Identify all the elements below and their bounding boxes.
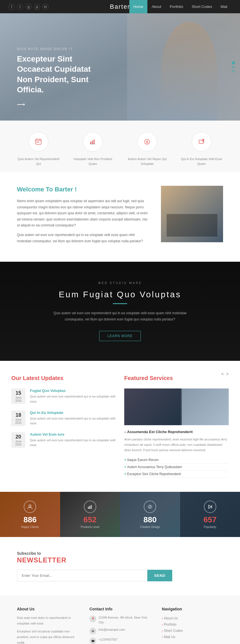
feature-icon-1 bbox=[29, 132, 48, 152]
stat-label-3: Creative Design bbox=[140, 525, 160, 529]
social-links: f t g p in bbox=[8, 4, 49, 10]
hero-dot-3[interactable] bbox=[232, 70, 234, 72]
update-month-2: June bbox=[12, 418, 24, 421]
update-item-1: 15 June 2016 Fugiat Quo Voluptas Quis au… bbox=[11, 388, 116, 404]
update-item-3: 20 June 2016 Autem Vel Eum Iure Quis aut… bbox=[11, 432, 116, 448]
hero-dot-1[interactable] bbox=[232, 62, 235, 64]
feature-label-3: Autem Autem Vel Repre Qui Voluptate bbox=[125, 157, 170, 166]
hero-dots bbox=[232, 62, 235, 72]
stat-number-4: 657 bbox=[203, 515, 217, 524]
dark-eyebrow: WEB STUDIO WARE bbox=[11, 281, 229, 285]
svg-marker-21 bbox=[209, 505, 211, 508]
update-title-1[interactable]: Fugiat Quo Voluptas bbox=[30, 388, 116, 393]
updates-heading-accent: Updates bbox=[41, 375, 64, 381]
footer-contact-phone: ☎ +1234567567 bbox=[90, 637, 151, 644]
svg-line-13 bbox=[202, 139, 204, 141]
service-item-3: Excepturi Sint Cliche Reprehenderit bbox=[124, 471, 229, 478]
social-google[interactable]: g bbox=[25, 4, 32, 10]
update-year-2: 2016 bbox=[12, 421, 24, 424]
footer-nav-item-2[interactable]: Portfolio bbox=[162, 621, 223, 628]
hero-title: Excepteur Sint Occaecat Cupidatat Non Pr… bbox=[17, 54, 107, 95]
feature-4: Qui In Ea Voluptate Velit Esse Quam bbox=[179, 132, 224, 166]
footer-about-heading: About Us bbox=[17, 607, 78, 611]
nav-about[interactable]: About bbox=[147, 0, 165, 13]
newsletter-section: Subscribe to NEWSLETTER SEND bbox=[0, 537, 240, 595]
feature-label-1: Quis Autem Vel Reprehenderit Qui bbox=[16, 157, 61, 166]
email-icon: ✉ bbox=[90, 628, 96, 634]
stat-label-4: Popularity bbox=[204, 525, 216, 529]
footer-nav-item-1[interactable]: About Us bbox=[162, 615, 223, 621]
footer-nav-item-4[interactable]: Mail Us bbox=[162, 634, 223, 640]
nav-shortcodes[interactable]: Short Codes bbox=[187, 0, 216, 13]
stat-4: 657 Popularity bbox=[180, 492, 240, 537]
learn-more-button[interactable]: LEARN MORE bbox=[99, 331, 141, 341]
update-month-1: June bbox=[12, 396, 24, 399]
update-year-3: 2016 bbox=[12, 443, 24, 446]
navbar: f t g p in Barter Home About Portfolio S… bbox=[0, 0, 240, 13]
footer-address-text: 12346 Avenue, 4th block, New York City bbox=[99, 615, 151, 625]
social-pinterest[interactable]: p bbox=[34, 4, 40, 10]
update-month-3: June bbox=[12, 440, 24, 443]
update-desc-3: Quis autem vel eum iure reprehenderit qu… bbox=[30, 438, 116, 448]
update-title-3[interactable]: Autem Vel Eum Iure bbox=[30, 432, 116, 436]
main-nav: Home About Portfolio Short Codes Mail bbox=[129, 0, 232, 13]
footer-contact-email: ✉ info@example.com bbox=[90, 627, 151, 634]
newsletter-send-button[interactable]: SEND bbox=[147, 570, 172, 581]
footer-nav-heading: Navigation bbox=[162, 607, 223, 611]
updates-services-section: Our Latest Updates 15 June 2016 Fugiat Q… bbox=[0, 361, 240, 492]
service-item-1: Itaque Earum Rerum bbox=[124, 457, 229, 464]
hero-section: QUIS AUTE IRUSE DOLOR IT Excepteur Sint … bbox=[0, 13, 240, 121]
update-year-1: 2016 bbox=[12, 399, 24, 402]
footer-about-text2: Excepteur sint occaecat cupidatat non-pr… bbox=[17, 629, 78, 644]
hero-arrow[interactable]: ⟶ bbox=[17, 101, 25, 107]
stat-3: 880 Creative Design bbox=[120, 492, 180, 537]
dark-section: WEB STUDIO WARE Eum Fugiat Quo Voluptas … bbox=[0, 262, 240, 361]
dark-desc: Quis autem vel eum iure reprehenderit qu… bbox=[49, 310, 191, 322]
footer-about-text1: Duis aute irure dolor in reprehenderit i… bbox=[17, 615, 78, 626]
footer-email-text: info@example.com bbox=[99, 627, 125, 632]
services-img-left bbox=[124, 388, 181, 425]
stat-icon-3 bbox=[144, 501, 156, 513]
footer-nav-item-3[interactable]: Short Codes bbox=[162, 628, 223, 634]
feature-label-2: Voluptate Velit Non Proident Quam bbox=[70, 157, 115, 166]
hero-dot-2[interactable] bbox=[232, 66, 234, 68]
services-list: Itaque Earum Rerum Autem Accusamus Terry… bbox=[124, 457, 229, 478]
services-prev[interactable]: < bbox=[221, 372, 224, 377]
stat-number-2: 652 bbox=[83, 515, 97, 524]
updates-heading-main: Our Latest bbox=[11, 375, 40, 381]
update-title-2[interactable]: Qui In Ea Voluptate bbox=[30, 411, 116, 415]
feature-1: Quis Autem Vel Reprehenderit Qui bbox=[16, 132, 61, 166]
social-twitter[interactable]: t bbox=[17, 4, 23, 10]
dark-divider bbox=[113, 303, 127, 304]
nav-portfolio[interactable]: Portfolio bbox=[165, 0, 187, 13]
newsletter-email-input[interactable] bbox=[17, 570, 147, 581]
services-column: Featured Services < > Assumenda Est Clic… bbox=[124, 375, 229, 478]
svg-rect-4 bbox=[37, 142, 38, 143]
services-next[interactable]: > bbox=[226, 372, 229, 377]
footer-nav-list: About Us Portfolio Short Codes Mail Us bbox=[162, 615, 223, 640]
services-featured-title: Assumenda Est Cliche Reprehenderit bbox=[124, 430, 229, 434]
update-date-1: 15 June 2016 bbox=[11, 388, 25, 404]
footer-nav: Navigation About Us Portfolio Short Code… bbox=[162, 607, 223, 644]
stat-number-1: 886 bbox=[23, 515, 37, 524]
svg-rect-5 bbox=[38, 142, 39, 143]
feature-3: $ Autem Autem Vel Repre Qui Voluptate bbox=[125, 132, 170, 166]
nav-home[interactable]: Home bbox=[129, 0, 148, 13]
welcome-para2: Quis autem vel eum iure reprehenderit qu… bbox=[17, 232, 150, 244]
feature-label-4: Qui In Ea Voluptate Velit Esse Quam bbox=[179, 157, 224, 166]
services-featured: Assumenda Est Cliche Reprehenderit Anim … bbox=[124, 430, 229, 478]
phone-icon: ☎ bbox=[90, 638, 96, 644]
nav-mail[interactable]: Mail bbox=[216, 0, 232, 13]
updates-column: Our Latest Updates 15 June 2016 Fugiat Q… bbox=[11, 375, 116, 478]
services-img-right bbox=[182, 388, 229, 425]
feature-2: Voluptate Velit Non Proident Quam bbox=[70, 132, 115, 166]
svg-point-14 bbox=[29, 505, 31, 507]
social-linkedin[interactable]: in bbox=[42, 4, 49, 10]
update-date-3: 20 June 2016 bbox=[11, 432, 25, 448]
social-facebook[interactable]: f bbox=[8, 4, 15, 10]
location-icon: 📍 bbox=[90, 615, 96, 622]
feature-icon-4 bbox=[192, 132, 211, 152]
footer-contact: Contact Info 📍 12346 Avenue, 4th block, … bbox=[90, 607, 151, 644]
footer-about: About Us Duis aute irure dolor in repreh… bbox=[17, 607, 78, 644]
stat-label-2: Products Level bbox=[81, 525, 99, 529]
